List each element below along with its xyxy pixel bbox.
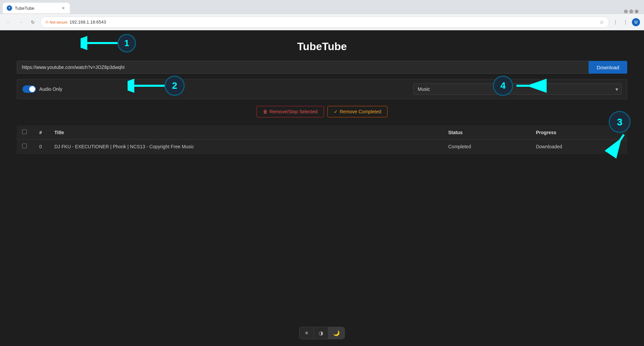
- audio-only-group: Audio Only: [22, 85, 62, 93]
- bookmark-icon[interactable]: ☆: [600, 20, 604, 25]
- address-bar[interactable]: ⚠ Not secure 192.168.1.18:6543 ☆: [40, 16, 609, 28]
- settings-icon[interactable]: ⋮: [622, 18, 629, 26]
- theme-light-button[interactable]: ☀: [300, 327, 314, 339]
- security-label: Not secure: [50, 20, 67, 24]
- tab-favicon: T: [7, 5, 12, 11]
- maximize-button[interactable]: □: [629, 9, 633, 13]
- trash-icon: 🗑: [263, 109, 268, 114]
- app-title: TubeTube: [17, 40, 627, 53]
- browser-chrome: T TubeTube ✕ ─ □ ✕ ← → ↻ ⚠ Not secure 19…: [0, 0, 644, 30]
- active-tab[interactable]: T TubeTube ✕: [3, 3, 70, 13]
- col-checkbox: [17, 125, 32, 140]
- audio-only-label: Audio Only: [39, 86, 62, 92]
- category-select-wrapper: Music Video Podcast: [413, 83, 622, 95]
- options-row: Audio Only Music Video Podcast: [17, 79, 627, 99]
- download-button[interactable]: Download: [589, 61, 627, 74]
- download-table: # Title Status Progress 0 DJ FKU - EXECU…: [17, 125, 627, 154]
- col-progress: Progress: [531, 125, 627, 140]
- row-status: Completed: [443, 140, 531, 154]
- action-buttons: 🗑 Remove/Stop Selected ✓ Remove Complete…: [17, 106, 627, 117]
- table-header: # Title Status Progress: [17, 125, 627, 140]
- row-progress: Downloaded: [531, 140, 627, 154]
- url-row: Download: [17, 61, 627, 74]
- url-input[interactable]: [17, 61, 589, 74]
- profile-avatar[interactable]: U: [632, 18, 640, 26]
- remove-completed-button[interactable]: ✓ Remove Completed: [327, 106, 388, 117]
- browser-toolbar: ← → ↻ ⚠ Not secure 192.168.1.18:6543 ☆ ⋮…: [0, 13, 644, 30]
- table-body: 0 DJ FKU - EXECUTIONER | Phonk | NCS13 -…: [17, 140, 627, 154]
- app-content: TubeTube Download Audio Only Music Video…: [0, 30, 644, 346]
- back-button[interactable]: ←: [4, 17, 13, 27]
- row-checkbox[interactable]: [22, 144, 27, 148]
- table-row: 0 DJ FKU - EXECUTIONER | Phonk | NCS13 -…: [17, 140, 627, 154]
- extensions-icon[interactable]: ⋮: [612, 18, 619, 26]
- tab-bar: T TubeTube ✕ ─ □ ✕: [0, 0, 644, 13]
- select-all-checkbox[interactable]: [22, 129, 27, 134]
- theme-bar: ☀ ◑ 🌙: [299, 327, 345, 339]
- check-icon: ✓: [334, 109, 338, 114]
- col-title: Title: [49, 125, 443, 140]
- col-number: #: [32, 125, 49, 140]
- theme-auto-button[interactable]: ◑: [314, 327, 328, 339]
- row-number: 0: [32, 140, 49, 154]
- address-text: 192.168.1.18:6543: [70, 20, 598, 25]
- warning-icon: ⚠: [45, 20, 49, 24]
- row-title: DJ FKU - EXECUTIONER | Phonk | NCS13 - C…: [49, 140, 443, 154]
- audio-only-toggle[interactable]: [22, 85, 36, 93]
- window-controls: ─ □ ✕: [624, 9, 639, 13]
- category-select[interactable]: Music Video Podcast: [413, 83, 622, 95]
- security-indicator: ⚠ Not secure: [45, 20, 67, 24]
- minimize-button[interactable]: ─: [624, 9, 628, 13]
- tab-title: TubeTube: [15, 6, 58, 11]
- col-status: Status: [443, 125, 531, 140]
- remove-stop-label: Remove/Stop Selected: [270, 109, 318, 114]
- forward-button[interactable]: →: [16, 17, 26, 27]
- tab-close-button[interactable]: ✕: [60, 5, 66, 11]
- row-checkbox-cell: [17, 140, 32, 154]
- reload-button[interactable]: ↻: [28, 17, 38, 27]
- remove-stop-button[interactable]: 🗑 Remove/Stop Selected: [257, 106, 324, 117]
- table-header-row: # Title Status Progress: [17, 125, 627, 140]
- close-button[interactable]: ✕: [635, 9, 639, 13]
- remove-completed-label: Remove Completed: [340, 109, 381, 114]
- theme-dark-button[interactable]: 🌙: [328, 327, 344, 339]
